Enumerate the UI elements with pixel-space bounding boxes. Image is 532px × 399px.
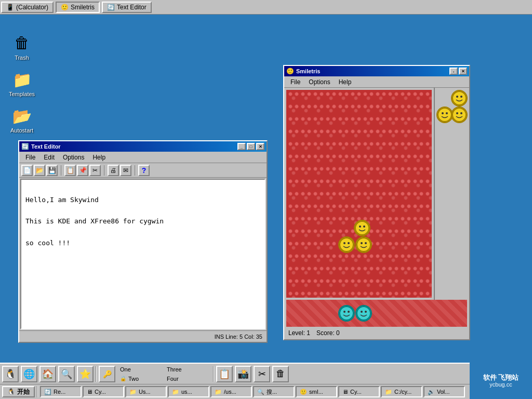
calculator-icon: 📱 [6,4,14,11]
minimize-button[interactable]: _ [237,143,246,150]
start-label: 开始 [17,388,30,396]
taskbar-tab-calculator[interactable]: 📱 (Calculator) [1,2,54,13]
toolbar-sep-2 [104,165,104,176]
smiletris-close[interactable]: ✕ [459,68,467,75]
app-us1-icon: 📁 [129,389,137,395]
smiletris-menu-help[interactable]: Help [335,77,356,87]
ql-icon-5[interactable]: ⭐ [77,366,94,382]
ql-icon-4[interactable]: 🔍 [58,366,75,382]
menu-file[interactable]: File [21,153,39,162]
taskbar-tab-smiletris[interactable]: 🙂 Smiletris [56,2,100,13]
text-editor-titlebar[interactable]: 🔄 Text Editor _ □ ✕ [19,141,267,152]
svg-point-11 [460,96,462,98]
ql-grid-two[interactable]: 🔒 Two [117,374,164,383]
trash-label: Trash [15,55,29,61]
app-cy1-icon: 🖥 [87,389,92,395]
svg-point-3 [340,238,353,251]
smiletris-title: Smiletris [296,68,320,74]
ql-icon-2[interactable]: 🌐 [21,366,37,382]
ql-icon-9[interactable]: ✂ [254,366,270,382]
smiletris-menu-file[interactable]: File [286,77,304,87]
toolbar-mail[interactable]: ✉ [120,165,131,176]
taskbar-app-cy2[interactable]: 🖥 Cy... [338,386,380,397]
taskbar-app-us2[interactable]: 📁 us... [168,386,209,397]
ql-icon-8[interactable]: 📸 [235,366,251,382]
game-board [284,88,434,300]
logo-text: 软件 飞翔站 ycbug.cc [483,374,519,389]
smiletris-minimize[interactable]: - [449,68,458,75]
close-button[interactable]: ✕ [256,143,264,150]
ql-grid-three-label: Three [167,366,182,373]
toolbar-print[interactable]: 🖨 [108,165,119,176]
smiletris-menu-options[interactable]: Options [304,77,334,87]
smiletris-menubar: File Options Help [284,76,469,88]
smiletris-game-area [284,88,469,300]
editor-line-2: Hello,I am Skywind [25,195,260,206]
templates-icon-img: 📁 [12,70,31,89]
start-button[interactable]: 🐧 开始 [2,386,35,397]
smiley-piece-2 [338,236,355,253]
ql-grid-four[interactable]: Four [164,374,211,383]
toolbar-new[interactable]: 📄 [21,165,33,176]
ql-sep-1 [96,366,97,382]
app-cy2-icon: 🖥 [342,389,348,395]
svg-point-12 [438,108,451,122]
ql-icon-1[interactable]: 🐧 [2,366,19,382]
autostart-icon[interactable]: 📂 Autostart [5,107,38,134]
main-taskbar-row: 🐧 开始 🔄 Re... 🖥 Cy... 📁 Us... 📁 us... 📁 /… [0,384,532,399]
taskbar-app-us3[interactable]: 📁 /us... [210,386,252,397]
ql-grid-three[interactable]: Three [164,365,211,374]
svg-point-7 [361,242,363,244]
smiley-piece-3 [355,236,372,253]
game-board-texture [286,90,432,298]
taskbar-app-smi[interactable]: 🙂 smI... [296,386,337,397]
menu-edit[interactable]: Edit [39,153,59,162]
ql-icon-3[interactable]: 🏠 [39,366,56,382]
toolbar-open[interactable]: 📂 [34,165,45,176]
menu-help[interactable]: Help [88,153,110,162]
svg-point-15 [453,108,466,122]
toolbar-cut[interactable]: ✂ [89,165,101,176]
toolbar-sep-1 [61,165,61,176]
ql-grid-one-label: One [120,366,131,373]
next-piece-3 [451,107,468,123]
smiletris-bottom-row [286,300,467,327]
ql-grid-two-label: Two [128,376,139,382]
ql-grid-one[interactable]: One [117,365,164,374]
app-smi-icon: 🙂 [300,389,307,395]
taskbar-app-us1[interactable]: 📁 Us... [125,386,167,397]
autostart-icon-img: 📂 [12,107,31,125]
maximize-button[interactable]: □ [247,143,255,150]
taskbar-app-vol[interactable]: 🔊 Vol... [423,386,465,397]
next-piece-panel [434,88,469,300]
editor-line-3 [25,206,260,217]
start-icon: 🐧 [7,388,15,395]
svg-point-17 [460,112,462,114]
trash-icon[interactable]: 🗑 Trash [5,34,38,61]
toolbar-copy[interactable]: 📋 [64,165,76,176]
menu-options[interactable]: Options [59,153,88,162]
taskbar-tab-texteditor[interactable]: 🔄 Text Editor [102,2,152,13]
templates-icon[interactable]: 📁 Templates [5,70,38,97]
editor-content[interactable]: Hello,I am Skywind This is KDE and XFree… [20,179,265,329]
taskbar-app-search[interactable]: 🔍 搜... [253,386,295,397]
smiletris-statusbar: Level: 1 Score: 0 [284,327,469,339]
smiletris-titlebar[interactable]: 🙂 Smiletris - ✕ [284,66,469,76]
app-us3-icon: 📁 [215,389,222,395]
toolbar-paste[interactable]: 📌 [77,165,88,176]
logo-line1: 软件 飞翔站 [483,374,519,382]
taskbar-app-cy1[interactable]: 🖥 Cy... [83,386,124,397]
ql-grid-four-label: Four [167,376,179,382]
ql-icon-6[interactable]: 🔑 [99,366,115,382]
svg-point-10 [456,96,458,98]
toolbar-save[interactable]: 💾 [46,165,58,176]
taskbar-app-re[interactable]: 🔄 Re... [40,386,82,397]
taskbar-app-cyc[interactable]: 📁 C:/cy... [381,386,422,397]
toolbar-help[interactable]: ? [138,165,150,176]
svg-point-2 [363,225,365,228]
editor-line-5 [25,227,260,238]
ql-icon-7[interactable]: 📋 [216,366,233,382]
svg-point-20 [348,311,350,313]
smiletris-tab-label: Smiletris [71,4,95,11]
ql-icon-10[interactable]: 🗑 [272,366,289,382]
